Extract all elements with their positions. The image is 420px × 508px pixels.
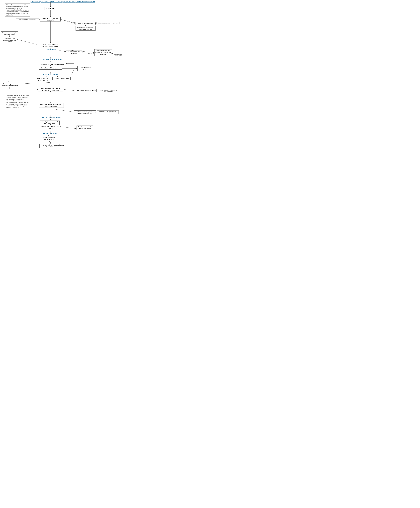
- svg-line-14: [58, 50, 66, 52]
- perform-checks-box: Perform customer/supplier KYC/AML screen…: [39, 43, 62, 48]
- suspend-business2-box: Suspend customer/ supplier business: [42, 136, 56, 141]
- page-title: [ACT-workflow]: Example KYC/AML screenin…: [0, 0, 125, 3]
- svg-line-6: [60, 19, 75, 24]
- flag-case-box: Flag case for ongoing screening: [76, 89, 96, 92]
- svg-line-42: [64, 127, 77, 129]
- kyc-cleared-label: KYC/AML screening cleared?: [39, 59, 66, 60]
- ref-seq-audit: Refer to sequence diagram "SEQ-case-audi…: [97, 110, 119, 114]
- remediate-matches-box: Remediate KYC/AML matches: [39, 67, 62, 70]
- onboard-box: Onboard customer/supplier: [1, 84, 19, 87]
- note-swimlane: This swimlane includes responsibilities …: [5, 3, 30, 17]
- svg-line-28: [1, 81, 10, 84]
- note-schedule: The schedule to check for changes to the…: [5, 94, 30, 109]
- clear-screening-box: Clear KYC/AML screening: [52, 77, 71, 80]
- please-note-box: PLEASE NOTE: [44, 7, 57, 10]
- enter-deal-box: Enter preliminary customer/supplier deal…: [2, 37, 17, 43]
- create-new-case-box: Create new case record and perform async…: [94, 49, 112, 56]
- retrieve-group-box: Retrieve group hierarchy: [75, 22, 96, 25]
- proceed-box: Proceed with customer/supplier business …: [39, 144, 64, 148]
- retrieve-case-template-box: Retrieve case template (incl. custom fie…: [75, 26, 96, 31]
- kyc-updates-label: KYC/AML updates available?: [38, 117, 65, 118]
- svg-line-12: [17, 39, 39, 45]
- kyc-risk-flagged2-label: KYC/AML risk flagged?: [38, 133, 63, 134]
- svg-line-37: [51, 109, 74, 112]
- check-new-matches-box: Check for new or updated matches against…: [74, 110, 96, 115]
- perform-sync-box: Perform synchronous screening: [66, 50, 82, 55]
- results-now-label: results now?: [42, 48, 62, 50]
- initiate-onboarding-box: Initiate customer/supplier onboarding pr…: [1, 31, 18, 36]
- ref-seq-async: Refer to sequence diagram "SEQ-screen-as…: [113, 52, 124, 57]
- periodic-check-box: Periodic KYC/AML screening check of the …: [39, 103, 64, 108]
- load-prerequisite-box: Load prerequisite screening configuratio…: [40, 17, 60, 22]
- svg-line-30: [10, 82, 50, 84]
- diagram-container: [ACT-workflow]: Example KYC/AML screenin…: [0, 0, 125, 150]
- ref-seq-investigate: Refer to sequence diagram "SEQ-case-inve…: [97, 89, 119, 93]
- kyc-risk-flagged-label: KYC/AML risk flagged?: [39, 74, 63, 75]
- svg-line-7: [60, 19, 75, 23]
- suspend-business-box: Suspend customer/ supplier business: [36, 77, 50, 82]
- svg-line-33: [63, 89, 76, 91]
- investigate-new-box: Investigate new & updated KYC/AML matche…: [40, 120, 59, 125]
- resolve-updated-box: Resolve/review new & updated case result…: [77, 126, 93, 130]
- resolve-review-box: Resolve/review case results: [77, 66, 93, 71]
- remediate-new-box: Remediate new & updated KYC/AML matches: [37, 125, 64, 130]
- ref-seq-overview: Refer to sequence diagram "SEQ-overview": [16, 18, 39, 22]
- flag-record-box: Flag customer/supplier KYC/AML record fo…: [38, 87, 63, 92]
- ref-seq-pre: Refer to sequence diagram "SEQ-pre": [96, 22, 119, 24]
- svg-line-25: [71, 68, 74, 77]
- investigate-matches-box: Investigate KYC/AML potential matches: [39, 63, 66, 66]
